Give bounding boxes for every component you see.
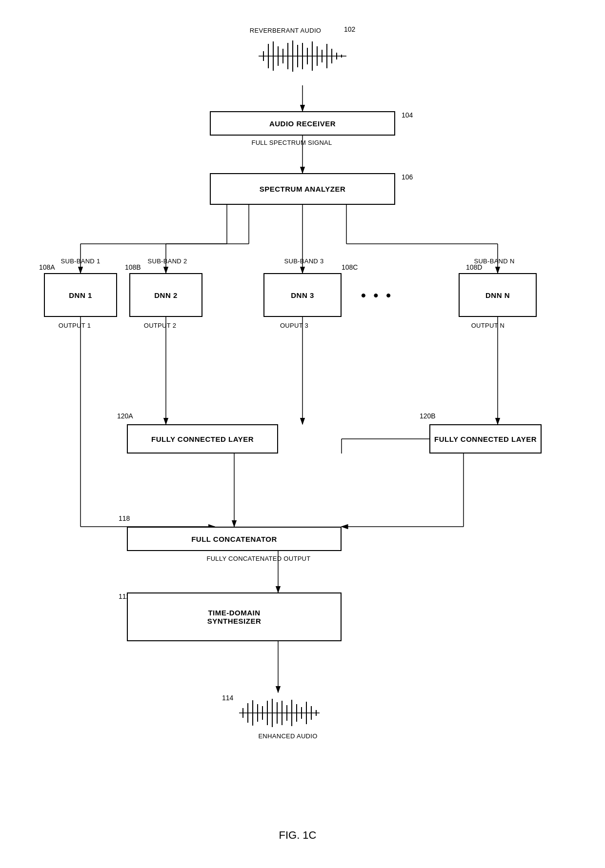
subband1-label: SUB-BAND 1 (49, 257, 112, 265)
enhanced-audio-waveform (239, 697, 320, 731)
fcl1-box: FULLY CONNECTED LAYER (127, 424, 278, 454)
audio-receiver-ref: 104 (402, 111, 413, 119)
fcl1-ref: 120A (117, 412, 133, 420)
fcl2-ref: 120B (420, 412, 436, 420)
spectrum-analyzer-ref: 106 (402, 173, 413, 181)
dnn2-box: DNN 2 (129, 273, 202, 317)
audio-receiver-box: AUDIO RECEIVER (210, 111, 395, 136)
output1-label: OUTPUT 1 (45, 322, 104, 329)
diagram: REVERBERANT AUDIO 102 (0, 0, 605, 868)
fig-label: FIG. 1C (249, 829, 346, 842)
outputN-label: OUTPUT N (459, 322, 517, 329)
reverberant-audio-label: REVERBERANT AUDIO (237, 27, 334, 34)
dnn3-box: DNN 3 (263, 273, 342, 317)
spectrum-analyzer-box: SPECTRUM ANALYZER (210, 173, 395, 205)
subband3-label: SUB-BAND 3 (272, 257, 336, 265)
dnnN-ref: 108D (466, 263, 482, 271)
fully-concatenated-label: FULLY CONCATENATED OUTPUT (185, 555, 332, 562)
concatenator-ref: 118 (119, 514, 130, 522)
reverberant-audio-ref: 102 (344, 25, 355, 33)
dnn2-ref: 108B (125, 263, 141, 271)
ellipsis: • • • (361, 288, 393, 303)
output-ref: 114 (222, 694, 233, 702)
output2-label: OUTPUT 2 (131, 322, 189, 329)
dnnN-box: DNN N (459, 273, 537, 317)
reverberant-audio-waveform (259, 39, 346, 75)
full-spectrum-signal-label: FULL SPECTRUM SIGNAL (238, 139, 345, 146)
dnn3-ref: 108C (342, 263, 358, 271)
fcl2-box: FULLY CONNECTED LAYER (429, 424, 542, 454)
synthesizer-box: TIME-DOMAIN SYNTHESIZER (127, 592, 342, 641)
dnn1-ref: 108A (39, 263, 55, 271)
concatenator-box: FULL CONCATENATOR (127, 527, 342, 551)
output3-label: OUPUT 3 (265, 322, 323, 329)
enhanced-audio-label: ENHANCED AUDIO (244, 732, 332, 740)
dnn1-box: DNN 1 (44, 273, 117, 317)
subband2-label: SUB-BAND 2 (136, 257, 199, 265)
